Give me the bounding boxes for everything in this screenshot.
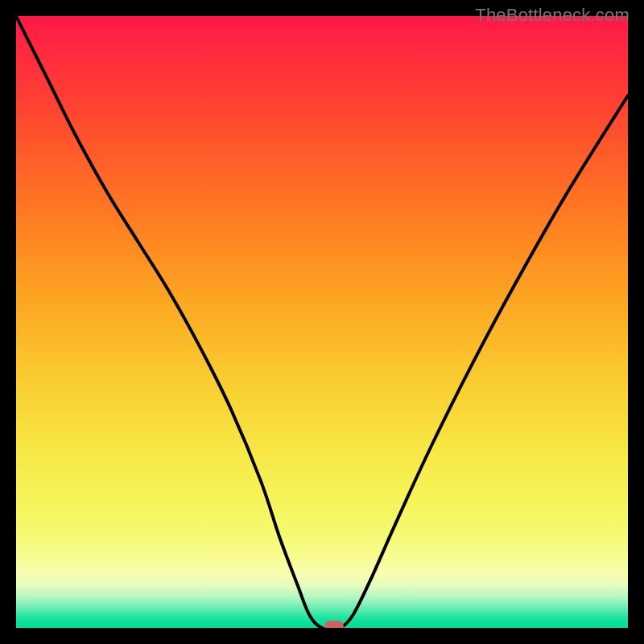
chart-frame: TheBottleneck.com — [0, 0, 644, 644]
plot-area — [16, 16, 628, 628]
optimal-point-marker — [324, 621, 344, 628]
bottleneck-curve — [16, 16, 628, 628]
watermark-text: TheBottleneck.com — [475, 5, 630, 26]
